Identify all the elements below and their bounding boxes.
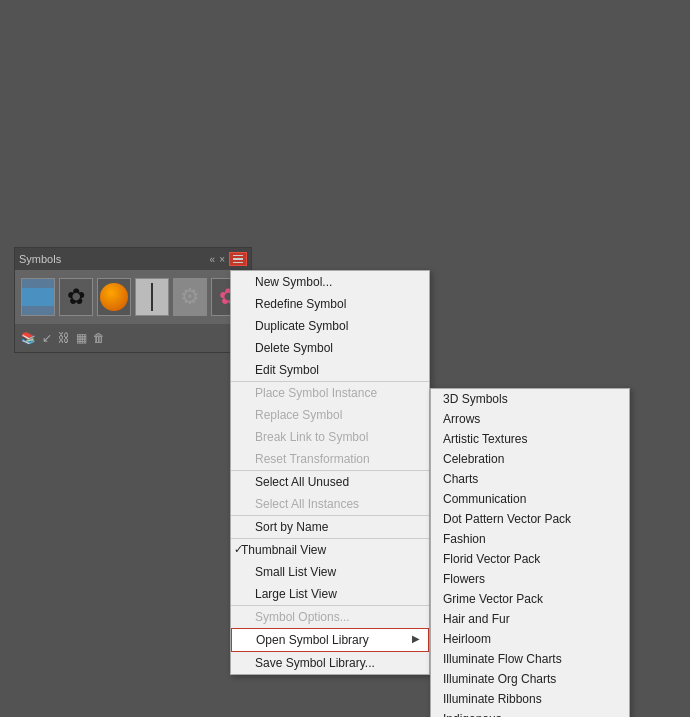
panel-footer: 📚 ↙ ⛓ ▦ 🗑 xyxy=(15,324,251,352)
submenu-item-illuminate-ribbons[interactable]: Illuminate Ribbons xyxy=(431,689,629,709)
menu-item-save-library[interactable]: Save Symbol Library... xyxy=(231,652,429,674)
submenu-item-flowers[interactable]: Flowers xyxy=(431,569,629,589)
menu-item-replace-symbol: Replace Symbol xyxy=(231,404,429,426)
symbol-gear: ⚙ xyxy=(180,284,200,310)
submenu-arrow-icon: ▶ xyxy=(412,633,420,644)
submenu-item-charts[interactable]: Charts xyxy=(431,469,629,489)
menu-item-select-unused[interactable]: Select All Unused xyxy=(231,470,429,493)
footer-icons: 📚 ↙ ⛓ ▦ 🗑 xyxy=(21,331,105,345)
panel-menu-button[interactable] xyxy=(229,252,247,266)
close-button[interactable]: × xyxy=(219,254,225,265)
submenu-item-fashion[interactable]: Fashion xyxy=(431,529,629,549)
submenu-item-communication[interactable]: Communication xyxy=(431,489,629,509)
submenu-item-hair-fur[interactable]: Hair and Fur xyxy=(431,609,629,629)
symbol-thumb-3[interactable] xyxy=(97,278,131,316)
symbol-thumb-1[interactable] xyxy=(21,278,55,316)
panel-content: ✿ ⚙ ✿ xyxy=(15,270,251,324)
context-menu: New Symbol... Redefine Symbol Duplicate … xyxy=(230,270,430,675)
panel-titlebar: Symbols « × xyxy=(15,248,251,270)
collapse-button[interactable]: « xyxy=(210,254,216,265)
symbol-line xyxy=(151,283,153,311)
symbol-thumb-2[interactable]: ✿ xyxy=(59,278,93,316)
submenu-item-arrows[interactable]: Arrows xyxy=(431,409,629,429)
submenu-item-dot-pattern[interactable]: Dot Pattern Vector Pack xyxy=(431,509,629,529)
menu-item-large-list[interactable]: Large List View xyxy=(231,583,429,605)
menu-item-delete-symbol[interactable]: Delete Symbol xyxy=(231,337,429,359)
submenu-item-3d-symbols[interactable]: 3D Symbols xyxy=(431,389,629,409)
submenu-open-library: 3D Symbols Arrows Artistic Textures Cele… xyxy=(430,388,630,717)
submenu-item-illuminate-flow[interactable]: Illuminate Flow Charts xyxy=(431,649,629,669)
symbol-blue-rect xyxy=(22,288,54,306)
menu-item-thumbnail-view[interactable]: ✓ Thumbnail View xyxy=(231,538,429,561)
submenu-item-illuminate-org[interactable]: Illuminate Org Charts xyxy=(431,669,629,689)
menu-item-break-link: Break Link to Symbol xyxy=(231,426,429,448)
delete-icon[interactable]: 🗑 xyxy=(93,331,105,345)
menu-item-sort-by-name[interactable]: Sort by Name xyxy=(231,515,429,538)
menu-item-redefine-symbol[interactable]: Redefine Symbol xyxy=(231,293,429,315)
submenu-item-artistic-textures[interactable]: Artistic Textures xyxy=(431,429,629,449)
library-icon: 📚 xyxy=(21,331,36,345)
submenu-item-florid[interactable]: Florid Vector Pack xyxy=(431,549,629,569)
submenu-item-celebration[interactable]: Celebration xyxy=(431,449,629,469)
symbol-thumb-4[interactable] xyxy=(135,278,169,316)
panel-title: Symbols xyxy=(19,253,61,265)
menu-item-open-library[interactable]: Open Symbol Library ▶ xyxy=(231,628,429,652)
symbol-thumb-5[interactable]: ⚙ xyxy=(173,278,207,316)
submenu-item-grime[interactable]: Grime Vector Pack xyxy=(431,589,629,609)
symbols-panel: Symbols « × ✿ ⚙ ✿ xyxy=(14,247,252,353)
menu-item-edit-symbol[interactable]: Edit Symbol xyxy=(231,359,429,381)
checkmark-icon: ✓ xyxy=(234,543,243,556)
menu-item-new-symbol[interactable]: New Symbol... xyxy=(231,271,429,293)
link-icon[interactable]: ⛓ xyxy=(58,331,70,345)
panel-controls: « × xyxy=(210,252,247,266)
menu-item-place-instance: Place Symbol Instance xyxy=(231,381,429,404)
menu-item-reset-transform: Reset Transformation xyxy=(231,448,429,470)
menu-item-small-list[interactable]: Small List View xyxy=(231,561,429,583)
menu-item-symbol-options: Symbol Options... xyxy=(231,605,429,628)
grid-icon[interactable]: ▦ xyxy=(76,331,87,345)
menu-item-duplicate-symbol[interactable]: Duplicate Symbol xyxy=(231,315,429,337)
submenu-item-heirloom[interactable]: Heirloom xyxy=(431,629,629,649)
symbol-orange-circle xyxy=(100,283,128,311)
submenu-item-indigenous[interactable]: Indigenous xyxy=(431,709,629,717)
place-icon[interactable]: ↙ xyxy=(42,331,52,345)
menu-item-select-instances: Select All Instances xyxy=(231,493,429,515)
symbol-splat: ✿ xyxy=(67,286,85,308)
